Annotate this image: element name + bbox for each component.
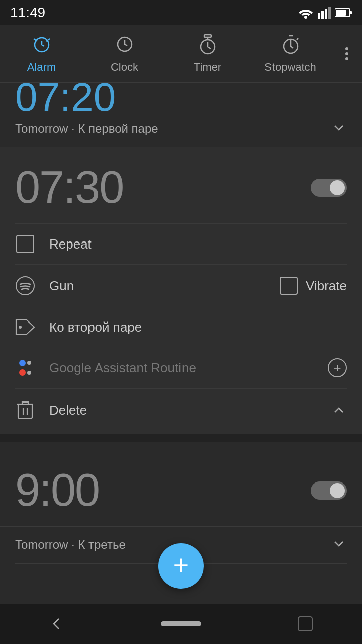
alarm-1-toggle[interactable] bbox=[311, 179, 347, 197]
status-time: 11:49 bbox=[10, 5, 45, 21]
alarm-2-separator: · bbox=[71, 538, 78, 551]
alarm-1-separator: · bbox=[71, 122, 78, 135]
vibrate-checkbox[interactable] bbox=[280, 277, 298, 295]
svg-rect-1 bbox=[318, 13, 320, 19]
home-pill[interactable] bbox=[161, 621, 201, 626]
svg-rect-19 bbox=[298, 617, 312, 631]
battery-icon bbox=[335, 8, 352, 18]
alarm-tab-icon bbox=[31, 34, 52, 57]
svg-rect-6 bbox=[336, 10, 346, 16]
alarm-1-repeat-option[interactable]: Repeat bbox=[15, 223, 347, 264]
alarm-1-sound-option[interactable]: Gun Vibrate bbox=[15, 264, 347, 307]
spotify-icon bbox=[15, 276, 35, 296]
alarm-2-card: 9:00 bbox=[0, 450, 362, 526]
alarm-2-toggle[interactable] bbox=[311, 481, 347, 500]
alarm-1-label1: К первой паре bbox=[78, 122, 158, 135]
alarm-1-card: 07:30 Repeat Gun Vibrate bbox=[0, 147, 362, 434]
alarm-2-day: Tomorrow bbox=[15, 538, 68, 551]
delete-label: Delete bbox=[49, 403, 317, 418]
alarm-1-chevron-down bbox=[331, 120, 347, 138]
clock-tab-icon bbox=[114, 34, 135, 57]
svg-point-17 bbox=[19, 326, 22, 329]
repeat-checkbox[interactable] bbox=[16, 235, 34, 253]
assistant-label: Google Assistant Routine bbox=[49, 360, 314, 376]
add-alarm-fab[interactable]: + bbox=[158, 543, 204, 589]
alarm-partial-time: 07:20 bbox=[15, 83, 116, 111]
nav-tabs: Alarm Clock Timer bbox=[0, 25, 362, 83]
vibrate-label: Vibrate bbox=[306, 278, 347, 294]
section-divider bbox=[0, 434, 362, 442]
alarm-1-header-row[interactable]: Tomorrow · К первой паре bbox=[0, 111, 362, 147]
repeat-label: Repeat bbox=[49, 236, 347, 252]
clock-tab-label: Clock bbox=[111, 61, 138, 74]
fab-plus-icon: + bbox=[173, 552, 189, 578]
svg-rect-18 bbox=[18, 404, 32, 418]
assistant-add-icon[interactable]: + bbox=[328, 358, 347, 377]
sound-label: Gun bbox=[49, 278, 265, 294]
alarm-1-delete-row[interactable]: Delete bbox=[15, 388, 347, 434]
alarm-2-time-row: 9:00 bbox=[15, 450, 347, 526]
svg-rect-3 bbox=[325, 9, 327, 19]
timer-tab-label: Timer bbox=[194, 61, 221, 74]
svg-point-14 bbox=[345, 52, 348, 55]
alarm-1-header-label: Tomorrow · К первой паре bbox=[15, 122, 331, 136]
back-button[interactable] bbox=[48, 615, 66, 633]
svg-rect-4 bbox=[328, 7, 331, 19]
vibrate-section: Vibrate bbox=[280, 277, 347, 295]
stopwatch-tab-label: Stopwatch bbox=[264, 61, 316, 74]
status-icons bbox=[298, 7, 352, 19]
repeat-icon bbox=[15, 235, 35, 253]
stopwatch-tab-icon bbox=[280, 34, 301, 57]
timer-tab-icon bbox=[197, 34, 218, 57]
alarm-partial-header: 07:20 bbox=[0, 83, 362, 111]
alarm-2-chevron-down bbox=[331, 536, 347, 554]
alarm-2-label: К третье bbox=[78, 538, 125, 551]
tab-alarm[interactable]: Alarm bbox=[0, 25, 83, 82]
alarm-1-label-option[interactable]: Ко второй паре bbox=[15, 307, 347, 347]
alarm-2-toggle-knob bbox=[330, 483, 345, 498]
alarm-1-time[interactable]: 07:30 bbox=[15, 162, 123, 213]
svg-rect-7 bbox=[350, 11, 352, 14]
tab-clock[interactable]: Clock bbox=[83, 25, 166, 82]
tab-timer[interactable]: Timer bbox=[166, 25, 249, 82]
tab-stopwatch[interactable]: Stopwatch bbox=[249, 25, 332, 82]
label-icon bbox=[15, 318, 35, 336]
svg-point-15 bbox=[345, 57, 348, 60]
svg-point-0 bbox=[304, 16, 307, 19]
google-assistant-icon bbox=[15, 359, 35, 377]
wifi-icon bbox=[298, 7, 314, 19]
svg-rect-2 bbox=[321, 11, 324, 19]
alarm-1-assistant-option[interactable]: Google Assistant Routine + bbox=[15, 347, 347, 388]
svg-point-13 bbox=[345, 47, 348, 50]
alarm-1-toggle-knob bbox=[330, 180, 345, 195]
status-bar: 11:49 bbox=[0, 0, 362, 25]
delete-icon bbox=[15, 400, 35, 420]
alarm-tab-label: Alarm bbox=[27, 61, 56, 74]
alarm-1-day: Tomorrow bbox=[15, 122, 68, 135]
more-menu-button[interactable] bbox=[332, 46, 362, 61]
bottom-navigation-bar bbox=[0, 604, 362, 644]
recents-button[interactable] bbox=[296, 615, 314, 633]
svg-rect-10 bbox=[204, 35, 211, 37]
alarm-1-chevron-up bbox=[331, 401, 347, 419]
alarm-1-time-row: 07:30 bbox=[15, 147, 347, 223]
signal-icon bbox=[318, 7, 331, 19]
alarm-label-text: Ко второй паре bbox=[49, 319, 347, 335]
alarm-2-time[interactable]: 9:00 bbox=[15, 464, 99, 516]
